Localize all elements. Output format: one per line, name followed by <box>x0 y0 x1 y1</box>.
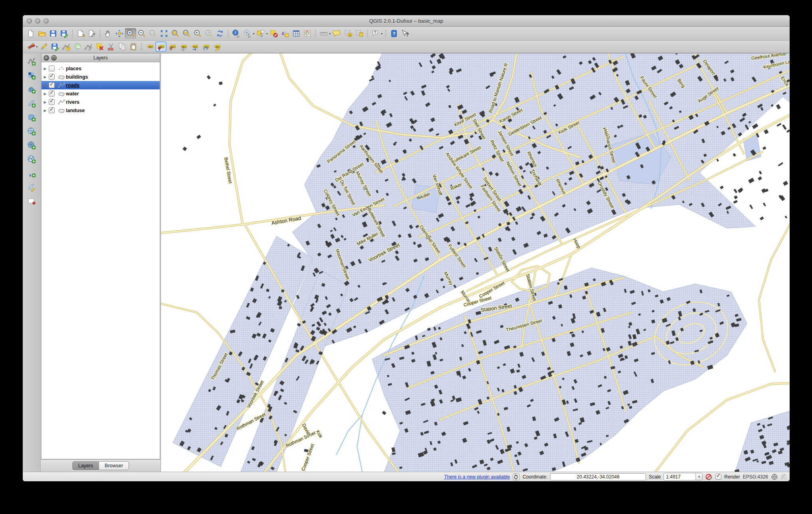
new-spatialite-layer-button[interactable] <box>26 182 38 192</box>
layer-row-landuse[interactable]: ▶landuse <box>42 106 160 115</box>
add-wcs-layer-button[interactable] <box>26 140 38 150</box>
plugin-icon[interactable] <box>513 473 520 480</box>
add-postgis-layer-button[interactable] <box>26 84 38 95</box>
layer-row-places[interactable]: ▶places <box>42 64 160 73</box>
svg-text:i: i <box>235 30 236 35</box>
add-spatialite-layer-button[interactable] <box>26 98 38 109</box>
labeling-button[interactable]: abc <box>144 42 155 52</box>
expand-arrow-icon[interactable]: ▶ <box>42 67 49 71</box>
close-window-button[interactable] <box>27 18 32 24</box>
layer-visibility-checkbox[interactable] <box>49 91 55 97</box>
coordinate-input[interactable] <box>550 473 646 480</box>
zoom-in-button[interactable] <box>125 28 136 39</box>
select-features-button[interactable] <box>255 28 266 39</box>
paste-features-button[interactable] <box>128 42 139 52</box>
zoom-window-button[interactable] <box>44 18 49 24</box>
crs-projector-icon[interactable] <box>771 473 778 480</box>
deselect-all-button[interactable] <box>268 28 279 39</box>
help-contents-button[interactable]: ? <box>388 28 400 39</box>
composer-manager-button[interactable] <box>86 28 97 39</box>
new-composer-button[interactable]: ★ <box>75 28 86 39</box>
move-feature-button[interactable] <box>72 42 83 52</box>
open-attribute-table-button[interactable] <box>291 28 302 39</box>
panel-close-icon[interactable]: ✕ <box>44 55 49 61</box>
stop-render-icon[interactable] <box>705 473 713 480</box>
toggle-editing-button[interactable] <box>38 42 50 52</box>
text-annotation-button[interactable]: T <box>370 28 381 39</box>
titlebar[interactable]: QGIS 2.0.1-Dufour – basic_map <box>23 15 790 27</box>
select-by-expression-button[interactable]: ε <box>279 28 291 39</box>
map-tips-button[interactable] <box>331 28 343 39</box>
refresh-button[interactable] <box>214 28 226 39</box>
expand-arrow-icon[interactable]: ▶ <box>42 100 49 104</box>
zoom-to-layer-button[interactable] <box>181 28 192 39</box>
delete-selected-button[interactable] <box>94 42 105 52</box>
layer-row-water[interactable]: ▶water <box>42 89 160 98</box>
scale-combo[interactable]: 1:4917 ▼ <box>663 473 703 480</box>
layer-visibility-checkbox[interactable] <box>49 99 55 105</box>
whats-this-button[interactable]: ? <box>400 28 411 39</box>
map-canvas[interactable]: Road to Marloth Nature RBethel StreetAsh… <box>161 53 790 472</box>
expand-arrow-icon[interactable]: ▶ <box>42 83 49 87</box>
panel-float-icon[interactable]: ❐ <box>51 55 57 61</box>
highlight-pinned-labels-button[interactable]: abc <box>166 42 178 52</box>
scale-dropdown-icon[interactable]: ▼ <box>695 473 702 480</box>
map-svg[interactable]: Road to Marloth Nature RBethel StreetAsh… <box>161 53 790 472</box>
move-label-button[interactable]: abc <box>189 42 200 52</box>
add-wms-layer-button[interactable] <box>26 126 38 136</box>
zoom-last-button[interactable] <box>192 28 203 39</box>
measure-line-button[interactable] <box>318 28 329 39</box>
plugin-link[interactable]: There is a new plugin available <box>444 474 510 480</box>
zoom-native-button[interactable]: 1:1 <box>147 28 158 39</box>
layer-visibility-checkbox[interactable] <box>49 74 55 80</box>
resize-grip[interactable] <box>781 474 786 480</box>
new-bookmark-button[interactable]: ★ <box>343 28 354 39</box>
save-layer-edits-button[interactable] <box>50 42 61 52</box>
minimize-window-button[interactable] <box>35 18 40 24</box>
layer-visibility-checkbox[interactable] <box>49 107 55 113</box>
tab-layers[interactable]: Layers <box>72 461 99 470</box>
layer-visibility-checkbox[interactable] <box>49 65 55 71</box>
show-bookmarks-button[interactable] <box>354 28 365 39</box>
save-project-as-button[interactable] <box>59 28 70 39</box>
zoom-full-button[interactable] <box>158 28 170 39</box>
node-tool-button[interactable] <box>83 42 94 52</box>
rotate-label-button[interactable]: abc <box>200 42 211 52</box>
add-feature-button[interactable]: * <box>61 42 72 52</box>
copy-features-button[interactable] <box>117 42 128 52</box>
add-wfs-layer-icon <box>27 155 36 164</box>
tab-browser[interactable]: Browser <box>99 461 129 470</box>
pin-unpin-labels-button[interactable]: abc <box>155 42 166 52</box>
node-tool-icon <box>84 42 93 51</box>
add-vector-layer-button[interactable] <box>26 56 38 67</box>
field-calculator-button[interactable] <box>302 28 313 39</box>
new-shapefile-layer-button[interactable] <box>26 196 38 206</box>
new-project-button[interactable] <box>25 28 36 39</box>
layer-row-rivers[interactable]: ▶rivers <box>42 98 160 106</box>
identify-features-button[interactable]: i <box>231 28 242 39</box>
show-hide-labels-button[interactable]: abc <box>178 42 189 52</box>
expand-arrow-icon[interactable]: ▶ <box>42 92 49 96</box>
run-feature-action-button[interactable] <box>242 28 253 39</box>
change-label-button[interactable]: abc <box>211 42 222 52</box>
zoom-next-button[interactable] <box>203 28 214 39</box>
add-mssql-layer-icon <box>27 113 36 122</box>
layer-row-roads[interactable]: ▶roads <box>42 81 160 89</box>
save-project-button[interactable] <box>48 28 59 39</box>
expand-arrow-icon[interactable]: ▶ <box>42 109 49 113</box>
zoom-to-selection-button[interactable] <box>170 28 181 39</box>
add-raster-layer-button[interactable] <box>26 70 38 81</box>
layer-visibility-checkbox[interactable] <box>49 82 55 88</box>
pan-map-button[interactable] <box>103 28 114 39</box>
add-mssql-layer-button[interactable] <box>26 112 38 123</box>
add-delimited-text-layer-button[interactable]: , <box>26 168 38 178</box>
render-checkbox[interactable] <box>715 474 721 480</box>
add-wfs-layer-button[interactable] <box>26 154 38 164</box>
zoom-out-button[interactable] <box>136 28 147 39</box>
layer-row-buildings[interactable]: ▶buildings <box>42 73 160 81</box>
expand-arrow-icon[interactable]: ▶ <box>42 75 49 79</box>
open-project-button[interactable] <box>36 28 48 39</box>
cut-features-button[interactable] <box>105 42 117 52</box>
current-edits-button[interactable] <box>25 42 36 52</box>
pan-to-selection-button[interactable] <box>114 28 125 39</box>
